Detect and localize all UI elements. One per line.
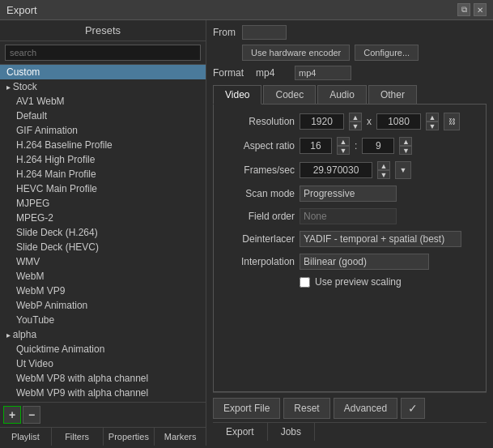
resolution-width-spinner: ▲ ▼ bbox=[349, 113, 362, 130]
aspect-h-spinner: ▲ ▼ bbox=[399, 137, 412, 155]
codec-tab-video[interactable]: Video bbox=[213, 85, 261, 105]
scan-mode-row: Scan mode Progressive Interlaced bbox=[222, 186, 478, 202]
field-order-label: Field order bbox=[222, 211, 295, 222]
aspect-colon: : bbox=[355, 140, 357, 151]
bottom-tab-jobs[interactable]: Jobs bbox=[268, 423, 315, 441]
preset-item-h264main[interactable]: H.264 Main Profile bbox=[0, 167, 206, 181]
field-order-select[interactable]: None bbox=[300, 208, 397, 224]
preview-scaling-checkbox[interactable] bbox=[300, 277, 310, 288]
format-label: Format bbox=[213, 67, 249, 79]
use-hardware-button[interactable]: Use hardware encoder bbox=[242, 45, 350, 61]
advanced-button[interactable]: Advanced bbox=[334, 398, 397, 419]
preset-item-utvideo[interactable]: Ut Video bbox=[0, 356, 206, 371]
preset-item-slideh264[interactable]: Slide Deck (H.264) bbox=[0, 225, 206, 240]
window-controls: ⧉ ✕ bbox=[457, 3, 487, 16]
preset-item-h264baseline[interactable]: H.264 Baseline Profile bbox=[0, 138, 206, 152]
aspect-h-input[interactable] bbox=[362, 138, 394, 154]
preset-item-wmv[interactable]: WMV bbox=[0, 254, 206, 269]
codec-tab-audio[interactable]: Audio bbox=[317, 85, 367, 104]
scan-mode-select[interactable]: Progressive Interlaced bbox=[300, 186, 397, 202]
format-select[interactable]: mp4 bbox=[295, 66, 351, 80]
search-box bbox=[0, 41, 206, 65]
left-tab-playlist[interactable]: Playlist bbox=[0, 428, 52, 446]
codec-tabs: VideoCodecAudioOther bbox=[213, 85, 487, 105]
frames-row: Frames/sec ▲ ▼ ▼ bbox=[222, 161, 478, 179]
window-title: Export bbox=[6, 4, 37, 16]
export-file-button[interactable]: Export File bbox=[213, 398, 280, 419]
preset-item-hevcmain[interactable]: HEVC Main Profile bbox=[0, 181, 206, 196]
interpolation-row: Interpolation Bilinear (good) bbox=[222, 254, 478, 270]
aspect-w-spinner: ▲ ▼ bbox=[337, 137, 350, 155]
resolution-width-input[interactable] bbox=[300, 113, 344, 130]
aspect-w-up[interactable]: ▲ bbox=[337, 137, 350, 146]
left-tab-filters[interactable]: Filters bbox=[52, 428, 104, 446]
resolution-link-button[interactable]: ⛓ bbox=[444, 113, 460, 130]
frames-input[interactable] bbox=[300, 162, 372, 178]
right-panel: From Use hardware encoder Configure... F… bbox=[206, 20, 493, 446]
preset-item-av1webm[interactable]: AV1 WebM bbox=[0, 94, 206, 109]
interpolation-select[interactable]: Bilinear (good) bbox=[300, 254, 429, 270]
aspect-w-input[interactable] bbox=[300, 138, 332, 154]
add-preset-button[interactable]: + bbox=[3, 406, 21, 424]
field-order-row: Field order None bbox=[222, 208, 478, 224]
frames-dropdown[interactable]: ▼ bbox=[395, 161, 411, 179]
bottom-tab-export[interactable]: Export bbox=[213, 423, 268, 441]
preview-scaling-row: Use preview scaling bbox=[222, 276, 478, 288]
resolution-x-label: x bbox=[367, 116, 372, 127]
interpolation-label: Interpolation bbox=[222, 256, 295, 267]
frames-spinner: ▲ ▼ bbox=[377, 161, 390, 179]
preset-item-mjpeg[interactable]: MJPEG bbox=[0, 196, 206, 211]
right-bottom: Export File Reset Advanced ✓ ExportJobs bbox=[213, 392, 487, 441]
aspect-w-down[interactable]: ▼ bbox=[337, 146, 350, 155]
codec-tab-other[interactable]: Other bbox=[368, 85, 417, 104]
configure-button[interactable]: Configure... bbox=[355, 45, 419, 61]
preset-item-webmvp9[interactable]: WebM VP9 bbox=[0, 284, 206, 298]
remove-preset-button[interactable]: − bbox=[23, 406, 40, 424]
preset-item-default[interactable]: Default bbox=[0, 109, 206, 123]
resolution-height-input[interactable] bbox=[376, 113, 421, 130]
reset-button[interactable]: Reset bbox=[283, 398, 329, 419]
close-button[interactable]: ✕ bbox=[474, 3, 487, 16]
from-select[interactable] bbox=[242, 25, 287, 40]
title-bar: Export ⧉ ✕ bbox=[0, 0, 493, 20]
aspect-ratio-row: Aspect ratio ▲ ▼ : ▲ ▼ bbox=[222, 137, 478, 155]
format-value: mp4 bbox=[256, 67, 288, 79]
preset-item-youtube[interactable]: YouTube bbox=[0, 313, 206, 327]
preset-item-slidehevc[interactable]: Slide Deck (HEVC) bbox=[0, 240, 206, 254]
aspect-h-up[interactable]: ▲ bbox=[399, 137, 412, 146]
preset-item-webm[interactable]: WebM bbox=[0, 269, 206, 284]
aspect-h-down[interactable]: ▼ bbox=[399, 146, 412, 155]
check-button[interactable]: ✓ bbox=[401, 398, 425, 419]
resolution-width-up[interactable]: ▲ bbox=[349, 113, 362, 122]
resolution-height-up[interactable]: ▲ bbox=[426, 113, 439, 122]
resolution-label: Resolution bbox=[222, 116, 295, 127]
format-row: Format mp4 mp4 bbox=[213, 66, 487, 80]
resolution-height-down[interactable]: ▼ bbox=[426, 122, 439, 130]
frames-up[interactable]: ▲ bbox=[377, 161, 390, 170]
left-tab-properties[interactable]: Properties bbox=[104, 428, 155, 446]
preset-item-mpeg2[interactable]: MPEG-2 bbox=[0, 211, 206, 225]
preset-item-stock[interactable]: ▸ Stock bbox=[0, 79, 206, 94]
from-label: From bbox=[213, 27, 237, 38]
preset-item-h264high[interactable]: H.264 High Profile bbox=[0, 152, 206, 167]
preset-item-custom[interactable]: Custom bbox=[0, 65, 206, 79]
preset-item-quicktime[interactable]: Quicktime Animation bbox=[0, 342, 206, 356]
hardware-row: Use hardware encoder Configure... bbox=[213, 45, 487, 61]
preset-item-webmvp9alpha[interactable]: WebM VP9 with alpha channel bbox=[0, 386, 206, 400]
left-panel: Presets Custom▸ StockAV1 WebMDefaultGIF … bbox=[0, 20, 206, 446]
preset-item-webpanim[interactable]: WebP Animation bbox=[0, 298, 206, 313]
preset-item-gif[interactable]: GIF Animation bbox=[0, 123, 206, 138]
action-row: Export File Reset Advanced ✓ bbox=[213, 392, 487, 422]
preset-item-alpha[interactable]: ▸ alpha bbox=[0, 327, 206, 342]
scan-mode-label: Scan mode bbox=[222, 188, 295, 199]
deinterlacer-select[interactable]: YADIF - temporal + spatial (best) bbox=[300, 231, 461, 247]
left-tab-markers[interactable]: Markers bbox=[155, 428, 206, 446]
frames-down[interactable]: ▼ bbox=[377, 170, 390, 179]
preset-item-webmvp8alpha[interactable]: WebM VP8 with alpha channel bbox=[0, 371, 206, 386]
search-input[interactable] bbox=[5, 45, 201, 61]
codec-tab-codec[interactable]: Codec bbox=[263, 85, 316, 104]
restore-button[interactable]: ⧉ bbox=[457, 3, 470, 16]
left-bottom: + − PlaylistFiltersPropertiesMarkers bbox=[0, 402, 206, 446]
preview-scaling-label[interactable]: Use preview scaling bbox=[315, 276, 402, 288]
resolution-width-down[interactable]: ▼ bbox=[349, 122, 362, 130]
